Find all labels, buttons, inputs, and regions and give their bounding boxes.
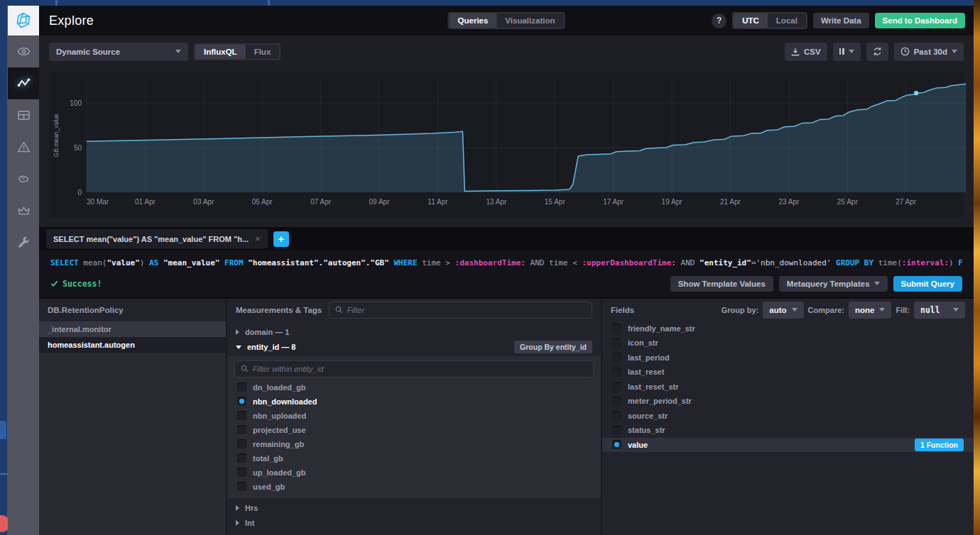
checkbox-icon[interactable]: [612, 440, 621, 449]
function-count-badge[interactable]: 1 Function: [915, 439, 964, 451]
tree-item-measurement[interactable]: MB: [227, 531, 601, 535]
field-item[interactable]: icon_str: [602, 336, 974, 351]
tag-value-item[interactable]: nbn_uploaded: [234, 409, 594, 423]
svg-text:17 Apr: 17 Apr: [603, 198, 624, 206]
checkbox-icon[interactable]: [237, 482, 246, 491]
checkbox-icon[interactable]: [237, 439, 246, 448]
field-item[interactable]: last_reset_str: [602, 380, 974, 395]
checkbox-icon[interactable]: [612, 426, 621, 435]
checkbox-icon[interactable]: [612, 353, 621, 362]
checkbox-icon[interactable]: [237, 453, 246, 463]
sidebar-item-admin[interactable]: [8, 195, 39, 227]
download-csv-button[interactable]: CSV: [785, 43, 827, 61]
timeseries-chart[interactable]: 30 Mar01 Apr03 Apr05 Apr07 Apr09 Apr11 A…: [49, 72, 974, 218]
query-text[interactable]: SELECT mean("value") AS "mean_value" FRO…: [50, 258, 962, 270]
checkbox-icon[interactable]: [237, 397, 246, 406]
measurements-filter-input[interactable]: [347, 306, 586, 314]
tz-local-button[interactable]: Local: [768, 13, 806, 28]
db-list-item[interactable]: homeassistant.autogen: [39, 337, 226, 353]
sidebar-item-logo[interactable]: [8, 6, 39, 35]
tag-value-item[interactable]: projected_use: [234, 423, 594, 437]
svg-text:05 Apr: 05 Apr: [252, 198, 273, 206]
checkbox-icon[interactable]: [612, 368, 621, 377]
sidebar-item-configuration[interactable]: [8, 227, 39, 259]
checkbox-icon[interactable]: [237, 382, 246, 392]
tag-values-panel: dn_loaded_gb nbn_downloaded nbn_uploaded: [227, 356, 601, 498]
chart-panel[interactable]: 30 Mar01 Apr03 Apr05 Apr07 Apr09 Apr11 A…: [49, 72, 964, 218]
chevron-down-icon: [952, 50, 957, 53]
checkbox-icon[interactable]: [612, 324, 621, 333]
influxql-button[interactable]: InfluxQL: [195, 45, 246, 59]
help-icon[interactable]: ?: [712, 13, 726, 28]
tz-utc-button[interactable]: UTC: [734, 13, 768, 28]
refresh-button[interactable]: [866, 43, 888, 61]
measurements-filter[interactable]: [329, 302, 592, 319]
field-item[interactable]: last_period: [602, 351, 974, 365]
tag-value-label: remaining_gb: [253, 440, 304, 448]
db-item-label: homeassistant.autogen: [48, 341, 135, 349]
tag-value-label: total_gb: [253, 454, 283, 463]
field-item[interactable]: value 1 Function: [602, 438, 974, 453]
tree-item-domain[interactable]: domain — 1: [227, 325, 601, 340]
checkbox-icon[interactable]: [612, 397, 621, 406]
tab-visualization[interactable]: Visualization: [496, 13, 563, 28]
tag-value-item[interactable]: nbn_downloaded: [234, 395, 594, 409]
svg-text:27 Apr: 27 Apr: [895, 198, 917, 206]
fill-dropdown[interactable]: null: [914, 302, 965, 319]
group-by-value: auto: [769, 306, 786, 314]
checkbox-icon[interactable]: [612, 382, 621, 391]
compare-dropdown[interactable]: none: [849, 302, 891, 319]
checkbox-icon[interactable]: [612, 338, 621, 348]
field-item[interactable]: source_str: [602, 409, 974, 424]
metaquery-templates-dropdown[interactable]: Metaquery Templates: [779, 276, 888, 292]
show-template-values-button[interactable]: Show Template Values: [670, 276, 773, 292]
tag-value-item[interactable]: dn_loaded_gb: [234, 380, 594, 395]
tree-item-label: Hrs: [245, 504, 258, 512]
checkbox-icon[interactable]: [612, 411, 621, 420]
close-icon[interactable]: ×: [255, 233, 261, 244]
db-list-item[interactable]: _internal.monitor: [39, 321, 226, 337]
tag-values-filter-input[interactable]: [253, 365, 587, 373]
query-tab[interactable]: SELECT mean("value") AS "mean_value" FRO…: [46, 229, 268, 248]
tree-item-entity-id[interactable]: entity_id — 8 Group By entity_id: [227, 340, 601, 355]
fields-list: friendly_name_str icon_str last_period: [602, 321, 974, 535]
tag-value-item[interactable]: used_gb: [234, 480, 594, 494]
add-query-tab-button[interactable]: +: [273, 231, 289, 247]
sidebar-item-dashboards[interactable]: [8, 99, 39, 131]
send-to-dashboard-button[interactable]: Send to Dashboard: [875, 13, 965, 28]
field-label: friendly_name_str: [628, 324, 695, 333]
tag-value-item[interactable]: remaining_gb: [234, 437, 594, 451]
source-dropdown[interactable]: Dynamic Source: [49, 43, 188, 61]
pause-button[interactable]: [833, 43, 861, 61]
checkbox-icon[interactable]: [237, 468, 246, 477]
sidebar-item-alerting[interactable]: [8, 131, 39, 163]
tag-value-item[interactable]: total_gb: [234, 451, 594, 465]
field-item[interactable]: meter_period_str: [602, 394, 974, 409]
measurements-header: Measurements & Tags: [236, 306, 322, 314]
group-by-entity-id-button[interactable]: Group By entity_id: [514, 341, 592, 353]
tab-queries[interactable]: Queries: [450, 13, 497, 28]
sidebar-item-explore[interactable]: [8, 67, 39, 99]
flux-button[interactable]: Flux: [246, 45, 280, 59]
group-by-dropdown[interactable]: auto: [763, 302, 803, 319]
tag-value-item[interactable]: up_loaded_gb: [234, 465, 594, 480]
svg-text:15 Apr: 15 Apr: [545, 198, 566, 206]
tree-item-label: domain — 1: [245, 328, 289, 336]
tree-item-measurement[interactable]: Hrs: [227, 501, 601, 516]
checkbox-icon[interactable]: [237, 411, 246, 420]
field-item[interactable]: status_str: [602, 423, 974, 438]
write-data-button[interactable]: Write Data: [813, 13, 869, 28]
sidebar-item-integrations[interactable]: [8, 163, 39, 195]
time-range-dropdown[interactable]: Past 30d: [894, 43, 964, 61]
checkbox-icon[interactable]: [237, 425, 246, 434]
clock-icon: [900, 47, 910, 56]
submit-query-button[interactable]: Submit Query: [893, 276, 962, 292]
group-by-label: Group by:: [722, 306, 759, 314]
field-item[interactable]: friendly_name_str: [602, 321, 974, 336]
tag-values-filter[interactable]: [234, 360, 594, 377]
query-tab-label: SELECT mean("value") AS "mean_value" FRO…: [53, 235, 249, 243]
tree-item-measurement[interactable]: Int: [227, 516, 601, 531]
refresh-icon: [873, 47, 882, 56]
field-item[interactable]: last_reset: [602, 365, 974, 380]
sidebar-item-hosts[interactable]: [8, 35, 39, 67]
